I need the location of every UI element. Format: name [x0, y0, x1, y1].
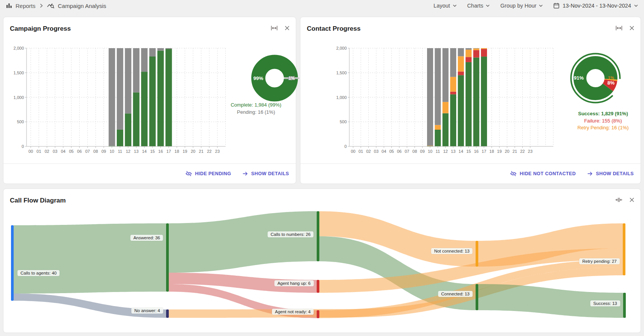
- chevron-down-icon: [634, 5, 638, 7]
- sankey-label-success: Success: 13: [590, 300, 620, 306]
- campaign-donut-sliver-pct: 1%: [289, 76, 295, 80]
- svg-text:2,000: 2,000: [336, 46, 347, 50]
- group-by-menu[interactable]: Group by Hour: [500, 3, 543, 9]
- sankey-label-not-connected: Not connected: 13: [431, 248, 473, 254]
- svg-text:03: 03: [53, 149, 57, 154]
- contact-donut-chart: 91% 1% 8%: [567, 50, 624, 107]
- date-range-picker[interactable]: 13-Nov-2024 - 13-Nov-2024: [553, 3, 638, 9]
- svg-text:17: 17: [482, 149, 486, 154]
- campaign-legend: Complete: 1,984 (99%) Pending: 16 (1%): [214, 102, 298, 116]
- chevron-right-icon: [40, 3, 43, 8]
- trend-search-icon: [47, 3, 55, 9]
- svg-text:02: 02: [45, 149, 49, 154]
- svg-text:500: 500: [340, 119, 347, 124]
- campaign-donut-main-pct: 99%: [253, 75, 263, 81]
- legend-complete: Complete: 1,984 (99%): [214, 102, 298, 109]
- svg-text:12: 12: [443, 149, 448, 154]
- svg-text:23: 23: [215, 149, 220, 154]
- contact-show-details-button[interactable]: SHOW DETAILS: [587, 171, 634, 176]
- legend-failure: Failure: 155 (8%): [565, 118, 641, 125]
- sankey-label-agent-not-ready: Agent not ready: 4: [272, 309, 314, 315]
- svg-text:03: 03: [374, 149, 379, 154]
- svg-text:500: 500: [17, 119, 24, 124]
- hide-pending-button[interactable]: HIDE PENDING: [185, 171, 231, 177]
- sankey-label-retry-pending: Retry pending: 27: [579, 258, 620, 264]
- contact-legend: Success: 1,829 (91%) Failure: 155 (8%) R…: [565, 110, 641, 132]
- contact-donut-main-pct: 91%: [574, 75, 584, 81]
- layout-menu[interactable]: Layout: [434, 3, 457, 9]
- svg-text:09: 09: [101, 149, 106, 154]
- campaign-show-details-button[interactable]: SHOW DETAILS: [242, 171, 289, 176]
- svg-text:2,000: 2,000: [13, 46, 24, 50]
- chevron-down-icon: [486, 5, 490, 7]
- svg-text:18: 18: [174, 149, 179, 154]
- charts-menu[interactable]: Charts: [467, 3, 490, 9]
- date-range-label: 13-Nov-2024 - 13-Nov-2024: [562, 3, 631, 9]
- calendar-icon: [553, 3, 559, 9]
- arrow-right-icon: [242, 171, 248, 176]
- call-flow-card: Call Flow Diagram Calls to agents: 40 An…: [3, 188, 641, 333]
- svg-text:16: 16: [474, 149, 479, 154]
- legend-success: Success: 1,829 (91%): [565, 110, 641, 118]
- topbar-menus: Layout Charts Group by Hour 13-Nov-2024 …: [434, 3, 638, 9]
- hide-not-contacted-button[interactable]: HIDE NOT CONTACTED: [510, 171, 576, 177]
- svg-text:1,500: 1,500: [336, 71, 347, 75]
- svg-text:06: 06: [77, 149, 82, 154]
- svg-text:20: 20: [505, 149, 509, 154]
- svg-text:09: 09: [420, 149, 425, 154]
- sankey-label-agent-hang-up: Agent hang up: 6: [274, 280, 314, 286]
- legend-pending: Pending: 16 (1%): [214, 109, 298, 116]
- campaign-progress-card: Campaign Progress 05001,0001,5002,000000…: [3, 17, 296, 184]
- contact-show-details-label: SHOW DETAILS: [596, 171, 634, 176]
- sankey-label-calls-to-numbers: Calls to numbers: 26: [268, 231, 314, 237]
- svg-text:20: 20: [191, 149, 195, 154]
- svg-text:22: 22: [520, 149, 525, 154]
- legend-retry-pending: Retry Pending: 16 (1%): [565, 124, 641, 132]
- svg-text:13: 13: [451, 149, 456, 154]
- campaign-show-details-label: SHOW DETAILS: [251, 171, 289, 176]
- contact-donut-sliver-pct: 1%: [608, 75, 614, 80]
- svg-text:23: 23: [528, 149, 532, 154]
- svg-text:14: 14: [459, 149, 463, 154]
- svg-text:19: 19: [182, 149, 187, 154]
- svg-text:1,000: 1,000: [336, 95, 347, 100]
- svg-text:11: 11: [118, 149, 122, 154]
- svg-text:01: 01: [36, 149, 41, 154]
- sankey-label-calls-to-agents: Calls to agents: 40: [17, 270, 60, 276]
- svg-text:08: 08: [93, 149, 98, 154]
- svg-text:10: 10: [110, 149, 114, 154]
- svg-text:11: 11: [436, 149, 440, 154]
- charts-menu-label: Charts: [467, 3, 484, 9]
- breadcrumb-reports[interactable]: Reports: [16, 3, 36, 9]
- svg-text:08: 08: [412, 149, 417, 154]
- svg-text:18: 18: [489, 149, 494, 154]
- layout-menu-label: Layout: [434, 3, 450, 9]
- svg-text:05: 05: [69, 149, 74, 154]
- call-flow-sankey: [3, 189, 641, 333]
- chevron-down-icon: [453, 5, 457, 7]
- svg-text:00: 00: [28, 149, 33, 154]
- sankey-label-no-answer: No answer: 4: [131, 308, 163, 314]
- contact-progress-card: Contact Progress 05001,0001,5002,0000001…: [300, 17, 641, 184]
- svg-text:21: 21: [199, 149, 203, 154]
- svg-text:22: 22: [207, 149, 212, 154]
- svg-text:06: 06: [397, 149, 402, 154]
- svg-text:21: 21: [512, 149, 517, 154]
- chevron-down-icon: [539, 5, 543, 7]
- svg-text:1,500: 1,500: [13, 71, 24, 75]
- breadcrumb: Reports Campaign Analysis: [6, 3, 106, 9]
- svg-text:04: 04: [61, 149, 65, 154]
- campaign-donut-chart: 99% 1%: [249, 53, 300, 104]
- bar-chart-icon: [6, 3, 12, 9]
- sankey-label-answered: Answered: 36: [130, 235, 163, 241]
- svg-text:17: 17: [166, 149, 171, 154]
- svg-text:0: 0: [22, 144, 24, 149]
- svg-text:05: 05: [389, 149, 394, 154]
- contact-donut-mid-pct: 8%: [608, 80, 615, 86]
- svg-text:15: 15: [150, 149, 155, 154]
- eye-off-icon: [510, 171, 517, 177]
- svg-text:13: 13: [134, 149, 138, 154]
- svg-text:15: 15: [466, 149, 471, 154]
- contact-card-footer: HIDE NOT CONTACTED SHOW DETAILS: [300, 163, 641, 184]
- svg-text:14: 14: [142, 149, 146, 154]
